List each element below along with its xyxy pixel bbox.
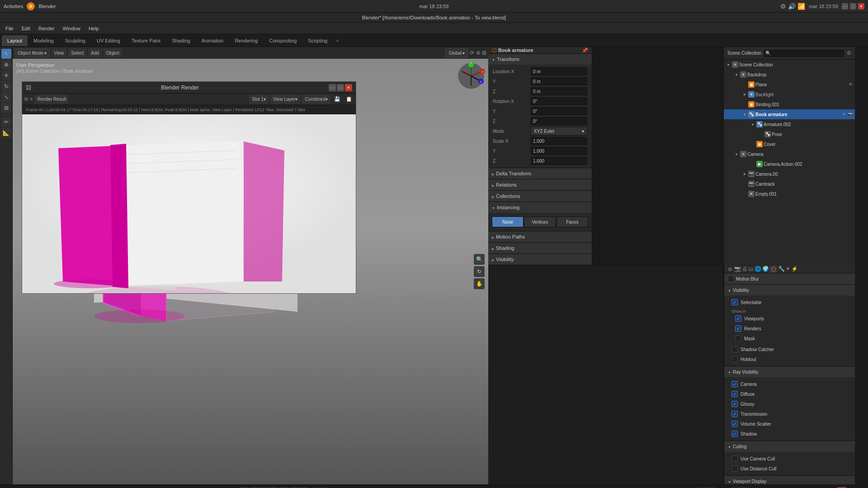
- close-button[interactable]: ✕: [858, 3, 864, 9]
- holdout-checkbox[interactable]: [731, 356, 738, 362]
- object-mode-select[interactable]: Object Mode ▾: [14, 48, 50, 57]
- select-menu[interactable]: Select: [68, 48, 86, 57]
- instancing-header[interactable]: Instancing: [488, 202, 592, 213]
- physics-props-tab[interactable]: ⚡: [791, 266, 798, 273]
- tab-modeling[interactable]: Modeling: [28, 35, 59, 46]
- outliner-plane[interactable]: ▣ Plane 👁: [724, 80, 855, 89]
- menu-file[interactable]: File: [2, 25, 17, 32]
- viewport-rotate-btn[interactable]: ↻: [474, 266, 485, 277]
- modifier-props-tab[interactable]: 🔧: [778, 266, 785, 273]
- view-layer-select[interactable]: View Layer▾: [270, 95, 300, 104]
- blender-menu-label[interactable]: Blender: [38, 4, 56, 9]
- arm002-expand[interactable]: [750, 122, 755, 127]
- global-select[interactable]: Global▾: [445, 48, 468, 57]
- vertices-button[interactable]: Vertices: [524, 216, 556, 227]
- tab-compositing[interactable]: Compositing: [264, 35, 302, 46]
- cam00-expand[interactable]: [742, 171, 747, 177]
- select-tool[interactable]: ↖: [1, 49, 11, 59]
- scale-z-value[interactable]: 1.000: [531, 157, 587, 165]
- relations-header[interactable]: Relations: [488, 179, 592, 190]
- menu-help[interactable]: Help: [85, 25, 103, 32]
- outliner-camera00[interactable]: 📷 Camera.00: [724, 169, 855, 179]
- measure-tool[interactable]: 📐: [1, 128, 11, 138]
- menu-render[interactable]: Render: [35, 25, 58, 32]
- motion-blur-section-header[interactable]: Motion Blur: [724, 273, 855, 284]
- volume-scatter-checkbox[interactable]: ✓: [731, 421, 738, 427]
- location-y-value[interactable]: 0 m: [531, 77, 587, 85]
- tab-sculpting[interactable]: Sculpting: [60, 35, 91, 46]
- tab-layout[interactable]: Layout: [2, 35, 28, 46]
- faces-button[interactable]: Faces: [557, 216, 588, 227]
- scene-collection-expand[interactable]: [726, 62, 731, 67]
- delta-transform-header[interactable]: Delta Transform: [488, 168, 592, 179]
- diffuse-checkbox[interactable]: ✓: [731, 391, 738, 397]
- outliner-empty[interactable]: ✕ Empty.001: [724, 189, 855, 199]
- render-copy-icon[interactable]: 📋: [344, 95, 354, 103]
- transmission-checkbox[interactable]: ✓: [731, 411, 738, 417]
- pin-icon[interactable]: 📌: [582, 47, 588, 53]
- location-z-value[interactable]: 0 m: [531, 87, 587, 95]
- backlight-expand[interactable]: [742, 92, 747, 97]
- tab-animation[interactable]: Animation: [196, 35, 229, 46]
- tab-scripting[interactable]: Scripting: [302, 35, 333, 46]
- scale-x-value[interactable]: 1.000: [531, 137, 587, 145]
- add-workspace-button[interactable]: +: [333, 36, 341, 45]
- outliner-camera-action[interactable]: ▶ Camera.Action.002: [724, 159, 855, 169]
- rotation-y-value[interactable]: 0°: [531, 107, 587, 115]
- view-layer-props-tab[interactable]: 🗂: [748, 266, 754, 273]
- render-save-icon[interactable]: 💾: [332, 95, 342, 103]
- output-props-tab[interactable]: 🖨: [742, 266, 747, 273]
- distance-cull-checkbox[interactable]: [731, 465, 738, 472]
- outliner-filter-icon[interactable]: ⚙: [847, 50, 851, 56]
- viewport-pan-btn[interactable]: ✋: [474, 278, 485, 289]
- outliner-scene-collection[interactable]: ≡ Scene Collection: [724, 60, 855, 70]
- backdrop-expand[interactable]: [734, 72, 739, 77]
- outliner-camtrack[interactable]: 📷 Camtrack: [724, 179, 855, 189]
- scale-y-value[interactable]: 1.000: [531, 147, 587, 155]
- outliner-backdrop[interactable]: ≡ Backdrop: [724, 70, 855, 80]
- viewport-display-header[interactable]: Viewport Display: [488, 265, 592, 266]
- motion-paths-header[interactable]: Motion Paths: [488, 231, 592, 242]
- tab-shading[interactable]: Shading: [166, 35, 195, 46]
- add-menu[interactable]: Add: [88, 48, 102, 57]
- tab-uv-editing[interactable]: UV Editing: [91, 35, 126, 46]
- ray-visibility-header[interactable]: Ray Visibility: [724, 366, 855, 377]
- menu-window[interactable]: Window: [59, 25, 84, 32]
- outliner-pose[interactable]: 🦴 Pose: [724, 129, 855, 139]
- location-x-value[interactable]: 0 m: [531, 67, 587, 75]
- none-button[interactable]: None: [492, 216, 524, 227]
- shading-header[interactable]: Shading: [488, 243, 592, 253]
- outliner-camera[interactable]: ≡ Camera: [724, 149, 855, 159]
- slot-select[interactable]: Slot 1▾: [250, 95, 269, 104]
- viewport-display-right-header[interactable]: Viewport Display: [724, 476, 855, 484]
- outliner-cover[interactable]: ▣ Cover: [724, 139, 855, 149]
- render-props-tab[interactable]: 📷: [734, 266, 741, 273]
- visibility-obj-header[interactable]: Visibility: [724, 285, 855, 296]
- viewports-checkbox[interactable]: ✓: [735, 315, 741, 322]
- viewport-zoom-btn[interactable]: 🔍: [474, 254, 485, 265]
- activities-label[interactable]: Activities: [4, 4, 23, 9]
- camera-cull-checkbox[interactable]: [731, 455, 738, 462]
- combined-select[interactable]: Combined▾: [302, 95, 330, 104]
- cursor-tool[interactable]: ⊕: [1, 60, 11, 70]
- collections-header[interactable]: Collections: [488, 191, 592, 202]
- annotate-tool[interactable]: ✏: [1, 117, 11, 127]
- camera-ray-checkbox[interactable]: ✓: [731, 381, 738, 387]
- move-tool[interactable]: ✛: [1, 70, 11, 80]
- render-result-btn[interactable]: Render Result: [34, 95, 69, 104]
- selectable-checkbox[interactable]: ✓: [731, 299, 738, 305]
- shadow-checkbox[interactable]: ✓: [731, 431, 738, 437]
- renders-checkbox[interactable]: ✓: [735, 325, 741, 332]
- maximize-button[interactable]: □: [850, 3, 856, 9]
- glossy-checkbox[interactable]: ✓: [731, 401, 738, 407]
- camera-expand[interactable]: [734, 151, 739, 157]
- particles-props-tab[interactable]: ✦: [786, 266, 790, 273]
- tab-rendering[interactable]: Rendering: [229, 35, 263, 46]
- motion-blur-checkbox[interactable]: [728, 276, 734, 282]
- world-props-tab[interactable]: 🌍: [762, 266, 769, 273]
- object-menu[interactable]: Object: [104, 48, 122, 57]
- visibility-header[interactable]: Visibility: [488, 254, 592, 265]
- object-props-tab[interactable]: ⬡: [770, 266, 777, 273]
- render-minimize-button[interactable]: —: [329, 84, 336, 91]
- minimize-button[interactable]: —: [842, 3, 848, 9]
